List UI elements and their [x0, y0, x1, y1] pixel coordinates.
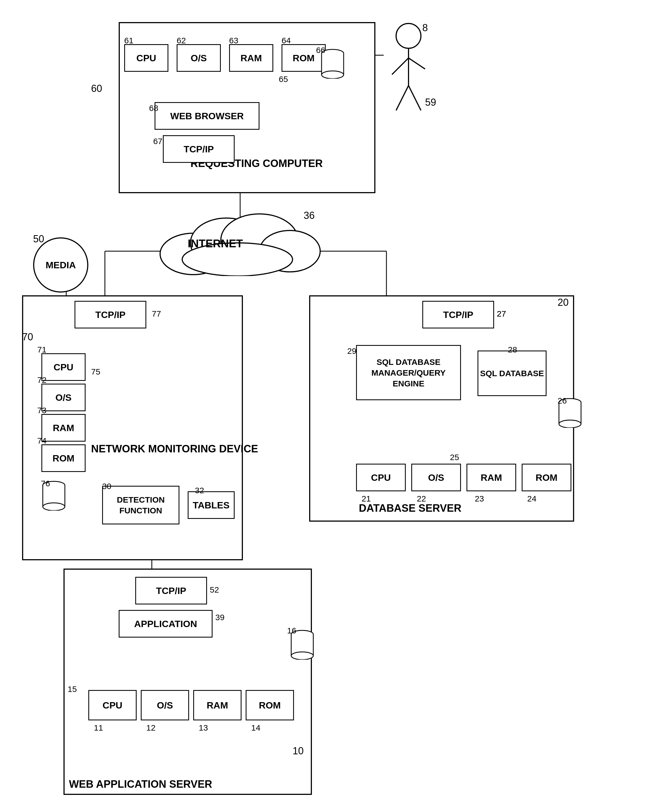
- rc-browser-box: WEB BROWSER: [154, 102, 259, 130]
- nm-cpu-ref: 71: [37, 345, 46, 354]
- ds-sql-mgr-ref: 29: [347, 346, 356, 356]
- rc-tcpip-ref: 67: [153, 137, 162, 146]
- rc-cpu-box: CPU: [124, 44, 168, 72]
- person-ref2: 59: [425, 96, 436, 108]
- was-tcpip-box: TCP/IP: [135, 577, 207, 604]
- rc-browser-ref: 68: [149, 104, 158, 113]
- nm-rom-box: ROM: [41, 444, 85, 472]
- was-app-box: APPLICATION: [119, 610, 212, 638]
- diagram: REQUESTING COMPUTER CPU 61 O/S 62 RAM 63…: [0, 0, 647, 812]
- person-ref1: 8: [422, 22, 428, 34]
- nm-rom-ref: 74: [37, 436, 46, 446]
- svg-line-55: [409, 58, 425, 69]
- was-tcpip-ref: 52: [210, 585, 219, 595]
- svg-point-67: [43, 503, 65, 511]
- svg-line-56: [396, 85, 409, 110]
- svg-point-72: [559, 420, 581, 428]
- rc-os-ref: 62: [177, 36, 186, 45]
- ds-rom-box: ROM: [522, 464, 571, 491]
- rc-ref: 60: [91, 83, 102, 95]
- db-server-ref: 20: [558, 297, 569, 308]
- svg-point-51: [322, 71, 344, 79]
- web-app-server-label: WEB APPLICATION SERVER: [69, 778, 212, 790]
- ds-sql-mgr-box: SQL DATABASE MANAGER/QUERY ENGINE: [356, 345, 461, 400]
- internet-ref: 36: [304, 210, 315, 221]
- was-rom-box: ROM: [246, 690, 294, 720]
- ds-cpu-ref: 21: [362, 494, 371, 504]
- nm-detection-ref: 30: [102, 482, 111, 491]
- svg-line-57: [409, 85, 421, 110]
- rc-bus-ref: 65: [279, 75, 288, 84]
- rc-ram-ref: 63: [229, 36, 238, 45]
- was-app-ref: 39: [215, 613, 224, 622]
- ds-sql-ref2: 27: [497, 309, 506, 319]
- ds-db-ref: 26: [558, 396, 567, 406]
- nm-tables-ref: 32: [195, 486, 204, 495]
- ds-cpu-box: CPU: [356, 464, 406, 491]
- rc-os-box: O/S: [177, 44, 221, 72]
- nm-cpu-box: CPU: [41, 353, 85, 381]
- nm-ram-ref: 73: [37, 406, 46, 415]
- ds-sql-db-box: SQL DATABASE: [478, 351, 546, 396]
- nm-os-ref: 72: [37, 375, 46, 385]
- nm-tables-box: TABLES: [188, 491, 235, 519]
- nm-ref: 70: [22, 331, 33, 343]
- nm-detection-box: DETECTION FUNCTION: [102, 486, 179, 524]
- was-rom-ref: 14: [251, 723, 260, 733]
- was-ram-ref: 13: [199, 723, 208, 733]
- nm-bus-ref: 75: [91, 367, 100, 377]
- svg-point-77: [291, 652, 313, 659]
- was-os-ref: 12: [146, 723, 156, 733]
- database-server-label: DATABASE SERVER: [359, 502, 461, 514]
- nm-db-ref: 76: [41, 479, 50, 488]
- ds-rom-ref: 24: [527, 494, 536, 504]
- rc-ram-box: RAM: [229, 44, 273, 72]
- internet-label: INTERNET: [188, 237, 243, 250]
- svg-line-54: [392, 58, 409, 75]
- nm-tcpip-box: TCP/IP: [75, 301, 146, 328]
- svg-point-52: [396, 23, 421, 48]
- media-label: MEDIA: [46, 260, 76, 270]
- nm-os-box: O/S: [41, 384, 85, 411]
- was-ram-box: RAM: [193, 690, 241, 720]
- ds-ram-box: RAM: [467, 464, 516, 491]
- was-db-ref: 16: [287, 626, 296, 635]
- was-ref: 10: [293, 745, 304, 757]
- rc-tcpip-box: TCP/IP: [163, 135, 235, 163]
- ds-os-box: O/S: [411, 464, 461, 491]
- nm-ram-box: RAM: [41, 414, 85, 442]
- ds-bus-ref: 25: [450, 453, 459, 462]
- was-bus-ref: 15: [68, 684, 77, 694]
- ds-ram-ref: 23: [475, 494, 484, 504]
- nm-tcpip-ref: 77: [152, 309, 161, 319]
- rc-db-ref: 66: [316, 46, 325, 55]
- ds-sql-db-ref: 28: [508, 345, 517, 354]
- ds-os-ref: 22: [417, 494, 426, 504]
- ds-tcpip-box: TCP/IP: [422, 301, 494, 328]
- media-circle: MEDIA: [33, 237, 89, 293]
- rc-cpu-ref: 61: [124, 36, 133, 45]
- was-cpu-ref: 11: [94, 723, 103, 733]
- network-monitor-label: NETWORK MONITORING DEVICE: [91, 442, 258, 456]
- rc-rom-ref: 64: [282, 36, 291, 45]
- was-os-box: O/S: [141, 690, 189, 720]
- was-cpu-box: CPU: [89, 690, 137, 720]
- media-ref: 50: [33, 233, 44, 245]
